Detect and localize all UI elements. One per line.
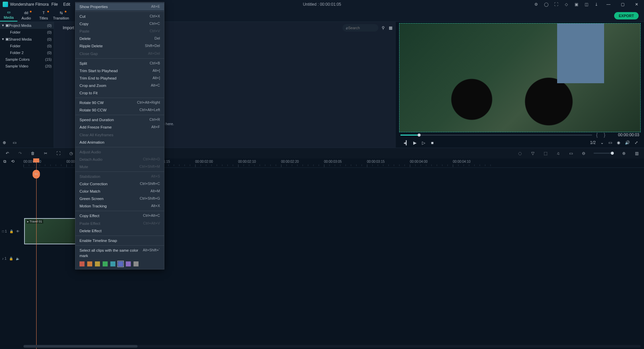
tab-audio[interactable]: ddAudio xyxy=(17,10,35,21)
settings-icon[interactable]: ⚙ xyxy=(533,2,539,7)
menu-file[interactable]: File xyxy=(51,2,58,7)
redo-icon[interactable]: ↷ xyxy=(17,151,23,156)
library-row[interactable]: ▾▣ Shared Media(0) xyxy=(0,36,54,43)
context-menu-item: Adjust Audio xyxy=(75,148,164,156)
timeline-link-icon[interactable]: ⟲ xyxy=(11,159,14,164)
color-swatch[interactable] xyxy=(87,261,92,266)
snap-icon[interactable]: ▭ xyxy=(568,151,574,156)
lock-icon[interactable]: 🔒 xyxy=(9,257,13,260)
gift-icon[interactable]: ⛶ xyxy=(553,2,559,7)
frame-count[interactable]: 1/2 xyxy=(590,140,596,145)
preview-seekbar[interactable] xyxy=(400,135,592,136)
library-row[interactable]: Folder(0) xyxy=(0,43,54,49)
tab-titles[interactable]: TTitles xyxy=(35,10,52,21)
tab-transition[interactable]: ⇆Transition xyxy=(52,10,70,21)
lock-icon[interactable]: 🔒 xyxy=(9,230,13,233)
context-menu-item[interactable]: Trim Start to PlayheadAlt+[ xyxy=(75,67,164,74)
search-input[interactable]: ⌕ xyxy=(342,24,378,32)
context-menu-item[interactable]: Copy EffectCtrl+Alt+C xyxy=(75,212,164,219)
audio-mixer-icon[interactable]: ♫ xyxy=(555,151,561,156)
context-menu-item[interactable]: Color MatchAlt+M xyxy=(75,188,164,195)
color-swatch[interactable] xyxy=(110,261,115,266)
split-icon[interactable]: ✂ xyxy=(43,151,48,156)
timeline-options-icon[interactable]: ⧉ xyxy=(3,159,6,164)
notification-icon[interactable]: ◫ xyxy=(584,2,589,7)
zoom-in-icon[interactable]: ⊕ xyxy=(621,151,627,156)
delete-icon[interactable]: 🗑 xyxy=(30,151,36,156)
context-menu-item[interactable]: Trim End to PlayheadAlt+] xyxy=(75,74,164,82)
color-swatch[interactable] xyxy=(95,261,100,266)
play-forward-button[interactable]: ▷ xyxy=(419,140,428,145)
maximize-button[interactable]: ▢ xyxy=(618,2,627,7)
download-icon[interactable]: ⤓ xyxy=(594,2,599,7)
voiceover-icon[interactable]: ⬚ xyxy=(543,151,548,156)
user-icon[interactable]: ◇ xyxy=(564,2,569,7)
export-button[interactable]: EXPORT xyxy=(614,12,639,19)
audio-track-header[interactable]: ♪ 1 🔒 🔈 xyxy=(0,252,23,265)
filter-icon[interactable]: ⚲ xyxy=(382,26,385,30)
menu-edit[interactable]: Edit xyxy=(63,2,70,7)
tab-media[interactable]: ▭Media xyxy=(0,9,17,21)
color-swatch[interactable] xyxy=(133,261,139,266)
zoom-slider[interactable] xyxy=(594,153,614,154)
stop-button[interactable]: ■ xyxy=(428,140,437,145)
context-menu-item[interactable]: CopyCtrl+C xyxy=(75,20,164,28)
context-menu-item[interactable]: Rotate 90 CWCtrl+Alt+Right xyxy=(75,99,164,106)
context-menu-item[interactable]: Green ScreenCtrl+Shift+G xyxy=(75,195,164,202)
prev-frame-button[interactable]: ◂▎ xyxy=(402,140,411,145)
context-menu-item[interactable]: Rotate 90 CCWCtrl+Alt+Left xyxy=(75,106,164,114)
color-swatch[interactable] xyxy=(126,261,131,266)
fullscreen-icon[interactable]: ⤢ xyxy=(635,140,638,145)
display-icon[interactable]: ▭ xyxy=(608,140,612,145)
render-icon[interactable]: ◌ xyxy=(517,151,523,156)
context-menu-item[interactable]: Motion TrackingAlt+X xyxy=(75,202,164,210)
grid-view-icon[interactable]: ▦ xyxy=(389,26,392,30)
headset-icon[interactable]: ◯ xyxy=(543,2,549,7)
context-menu-item[interactable]: Show PropertiesAlt+E xyxy=(75,3,164,10)
mute-icon[interactable]: 🔈 xyxy=(16,257,20,260)
video-track-header[interactable]: □ 1 🔒 👁 xyxy=(0,218,23,244)
speed-icon[interactable]: ◷ xyxy=(68,151,74,156)
minimize-button[interactable]: — xyxy=(604,2,613,7)
save-icon[interactable]: ▣ xyxy=(574,2,579,7)
context-menu-item[interactable]: Color CorrectionCtrl+Shift+C xyxy=(75,180,164,188)
playhead-line[interactable] xyxy=(36,158,37,349)
color-swatch[interactable] xyxy=(118,261,123,266)
undo-icon[interactable]: ↶ xyxy=(5,151,10,156)
context-menu-item[interactable]: Speed and DurationCtrl+R xyxy=(75,116,164,123)
zoom-out-icon[interactable]: ⊖ xyxy=(581,151,586,156)
visibility-icon[interactable]: 👁 xyxy=(16,230,19,233)
context-menu-item[interactable]: SplitCtrl+B xyxy=(75,60,164,67)
zoom-fit-icon[interactable]: ▥ xyxy=(634,151,639,156)
context-menu-item[interactable]: Ripple DeleteShift+Del xyxy=(75,42,164,50)
play-button[interactable]: ▶ xyxy=(411,140,419,145)
snapshot-icon[interactable]: ◉ xyxy=(617,140,620,145)
preview-canvas[interactable] xyxy=(399,23,641,132)
color-swatch[interactable] xyxy=(79,261,85,266)
library-row[interactable]: Folder(0) xyxy=(0,29,54,36)
context-menu-item[interactable]: Enable Timeline Snap xyxy=(75,237,164,244)
context-menu-item[interactable]: Add Freeze FrameAlt+F xyxy=(75,123,164,131)
import-button[interactable]: Import xyxy=(63,26,74,30)
color-swatch[interactable] xyxy=(103,261,108,266)
library-row[interactable]: Sample Video(20) xyxy=(0,63,54,69)
context-menu-item[interactable]: CutCtrl+X xyxy=(75,13,164,20)
crop-icon[interactable]: ⛶ xyxy=(56,151,61,156)
folder-icon[interactable]: ▭ xyxy=(13,140,16,145)
library-row[interactable]: Folder 2(0) xyxy=(0,49,54,56)
timeline-scrollbar[interactable] xyxy=(23,345,641,348)
new-folder-icon[interactable]: ⊕ xyxy=(3,140,6,145)
library-row[interactable]: ▾▣ Project Media(0) xyxy=(0,22,54,29)
timeline-clip[interactable]: ▸ Travel 01 xyxy=(24,218,76,244)
volume-icon[interactable]: 🔊 xyxy=(625,140,630,145)
close-button[interactable]: ✕ xyxy=(632,2,641,7)
context-menu-item[interactable]: Select all clips with the same color mar… xyxy=(75,247,164,259)
context-menu-item[interactable]: Add Animation xyxy=(75,139,164,146)
marker-icon[interactable]: ▽ xyxy=(530,151,535,156)
context-menu-item[interactable]: Delete Effect xyxy=(75,227,164,235)
library-row[interactable]: Sample Colors(15) xyxy=(0,56,54,63)
context-menu-item[interactable]: DeleteDel xyxy=(75,35,164,42)
chevron-down-icon[interactable]: ⌄ xyxy=(600,140,604,145)
context-menu-item[interactable]: Crop to Fit xyxy=(75,89,164,97)
context-menu-item[interactable]: Crop and ZoomAlt+C xyxy=(75,82,164,89)
